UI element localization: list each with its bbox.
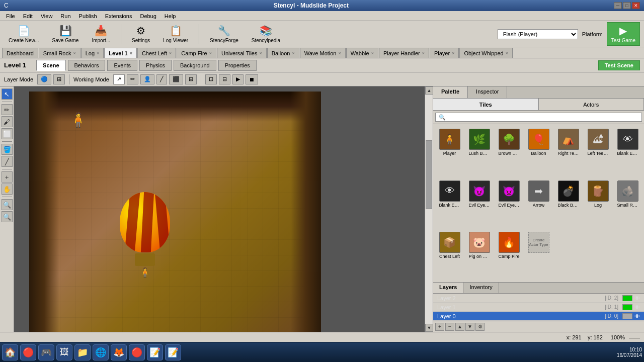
actor-pig-on-spit[interactable]: 🐷 Pig on Spi... <box>465 229 494 280</box>
layers-tab-layers[interactable]: Layers <box>433 283 463 293</box>
actor-arrow[interactable]: ➡ Arrow <box>524 178 553 229</box>
menu-publish[interactable]: Publish <box>75 12 101 20</box>
test-game-button[interactable]: ▶ Test Game <box>607 22 640 46</box>
tab-small-rock[interactable]: Small Rock× <box>39 48 80 58</box>
actor-left-teepee[interactable]: 🏕 Left Teepee <box>584 126 612 177</box>
tab-log[interactable]: Log× <box>81 48 104 58</box>
actor-black-bomb[interactable]: 💣 Black Bomb <box>554 178 583 229</box>
menu-run[interactable]: Run <box>56 12 74 20</box>
scene-canvas[interactable]: 🧍 🧍 <box>29 92 321 332</box>
mode-btn-snap[interactable]: ⊡ <box>205 74 217 84</box>
taskbar-app3-icon[interactable]: 📝 <box>165 344 181 360</box>
scroll-down-button[interactable]: ▼ <box>425 324 433 332</box>
taskbar-firefox-icon[interactable]: 🦊 <box>111 344 127 360</box>
search-input[interactable] <box>435 113 642 122</box>
taskbar-browser-icon[interactable]: 🌐 <box>93 344 109 360</box>
scene-tab-events[interactable]: Events <box>107 60 137 71</box>
tab-close-universal[interactable]: × <box>259 51 262 56</box>
tool-select[interactable]: ↖ <box>2 88 13 100</box>
stencyforge-button[interactable]: 🔧 StencyForge <box>205 22 243 46</box>
taskbar-app1-icon[interactable]: 🔴 <box>129 344 145 360</box>
tab-player[interactable]: Player× <box>430 48 459 58</box>
actor-player[interactable]: 🧍 Player <box>435 126 464 177</box>
mode-btn-play[interactable]: ▶ <box>232 74 244 84</box>
taskbar-app2-icon[interactable]: 📝 <box>147 344 163 360</box>
tool-pointer[interactable]: + <box>2 171 13 183</box>
taskbar-folder-icon[interactable]: 📁 <box>74 344 91 360</box>
panel-tab-palette[interactable]: Palette <box>433 86 468 98</box>
tool-zoom-out[interactable]: 🔍 <box>2 211 13 222</box>
layer-settings-button[interactable]: ⚙ <box>475 323 485 331</box>
tab-wabble[interactable]: Wabble× <box>346 48 378 58</box>
close-button[interactable]: ✕ <box>632 2 640 9</box>
mode-btn-arrow[interactable]: ↗ <box>113 74 125 84</box>
move-layer-down-button[interactable]: ▼ <box>465 323 474 331</box>
test-scene-button[interactable]: Test Scene <box>598 60 640 70</box>
actor-small-rock[interactable]: 🪨 Small Rock <box>613 178 642 229</box>
tool-fill[interactable]: 🪣 <box>2 144 13 155</box>
layer-1[interactable]: Layer 1 [ID: 1] 👁 <box>433 303 644 312</box>
sub-tab-tiles[interactable]: Tiles <box>433 99 539 110</box>
layer-2-visibility[interactable]: 👁 <box>634 295 640 301</box>
platform-select[interactable]: Flash (Player) <box>498 29 578 39</box>
tool-move[interactable]: ✋ <box>2 184 13 195</box>
mode-btn-1[interactable]: 🔵 <box>37 74 51 84</box>
scroll-up-button[interactable]: ▲ <box>425 86 433 95</box>
tab-close-chest[interactable]: × <box>169 51 172 56</box>
scene-tab-background[interactable]: Background <box>174 60 216 71</box>
layer-0[interactable]: Layer 0 [ID: 0] 👁 <box>433 312 644 321</box>
taskbar-stencyl-icon[interactable]: 🏠 <box>2 344 18 360</box>
panel-tab-inspector[interactable]: Inspector <box>468 86 507 98</box>
settings-button[interactable]: ⚙ Settings <box>127 22 154 46</box>
mode-btn-fill[interactable]: 👤 <box>140 74 154 84</box>
actor-chest-left[interactable]: 📦 Chest Left <box>435 229 464 280</box>
layers-tab-inventory[interactable]: Inventory <box>463 283 499 293</box>
mode-btn-line[interactable]: ╱ <box>156 74 167 84</box>
move-layer-up-button[interactable]: ▲ <box>455 323 464 331</box>
scene-tab-properties[interactable]: Properties <box>218 60 257 71</box>
tab-level1[interactable]: Level 1× <box>104 48 137 58</box>
remove-layer-button[interactable]: − <box>445 323 454 331</box>
stencylpedia-button[interactable]: 📚 Stencylpedia <box>247 22 285 46</box>
taskbar-settings-icon[interactable]: 🔴 <box>20 344 36 360</box>
menu-view[interactable]: View <box>37 12 57 20</box>
tab-close-player[interactable]: × <box>452 51 454 56</box>
tab-wave-motion[interactable]: Wave Motion× <box>300 48 346 58</box>
taskbar-photo-icon[interactable]: 🖼 <box>56 344 72 360</box>
tool-brush[interactable]: 🖌 <box>2 116 13 127</box>
tab-close-object[interactable]: × <box>506 51 508 56</box>
mode-btn-grid2[interactable]: ⊟ <box>219 74 230 84</box>
import-button[interactable]: 📥 Import... <box>87 22 115 46</box>
menu-extensions[interactable]: Extensions <box>101 12 136 20</box>
mode-btn-stop[interactable]: ⏹ <box>246 74 258 84</box>
tab-close-balloon[interactable]: × <box>292 51 294 56</box>
tab-player-handler[interactable]: Player Handler× <box>379 48 429 58</box>
actor-balloon[interactable]: 🎈 Balloon <box>524 126 553 177</box>
tab-chest-left[interactable]: Chest Left× <box>137 48 176 58</box>
tab-dashboard[interactable]: Dashboard <box>2 48 38 58</box>
create-actor-placeholder[interactable]: Create Actor Type <box>528 232 549 253</box>
tab-close-handler[interactable]: × <box>422 51 425 56</box>
taskbar-game-icon[interactable]: 🎮 <box>38 344 54 360</box>
tool-line[interactable]: ╱ <box>2 156 13 167</box>
actor-create-type[interactable]: Create Actor Type <box>524 229 553 280</box>
mode-btn-eraser[interactable]: ✏ <box>127 74 138 84</box>
menu-file[interactable]: File <box>2 12 19 20</box>
tool-zoom-in[interactable]: 🔍 <box>2 199 13 210</box>
add-layer-button[interactable]: + <box>435 323 444 331</box>
scene-tab-physics[interactable]: Physics <box>139 60 172 71</box>
actor-camp-fire[interactable]: 🔥 Camp Fire <box>495 229 523 280</box>
menu-help[interactable]: Help <box>160 12 180 20</box>
tab-object-whipped[interactable]: Object Whipped× <box>459 48 513 58</box>
tab-camp-fire[interactable]: Camp Fire× <box>177 48 216 58</box>
tab-close-wave[interactable]: × <box>339 51 341 56</box>
tab-close-log[interactable]: × <box>97 51 99 56</box>
tab-balloon[interactable]: Balloon× <box>267 48 299 58</box>
save-game-button[interactable]: 💾 Save Game <box>48 22 84 46</box>
create-new-button[interactable]: 📄 Create New... <box>4 22 44 46</box>
actor-lush-bush[interactable]: 🌿 Lush Bush <box>465 126 494 177</box>
layer-1-visibility[interactable]: 👁 <box>634 304 640 310</box>
mode-btn-grid[interactable]: ⊞ <box>185 74 197 84</box>
tab-close-level1[interactable]: × <box>130 51 132 56</box>
log-viewer-button[interactable]: 📋 Log Viewer <box>158 22 193 46</box>
